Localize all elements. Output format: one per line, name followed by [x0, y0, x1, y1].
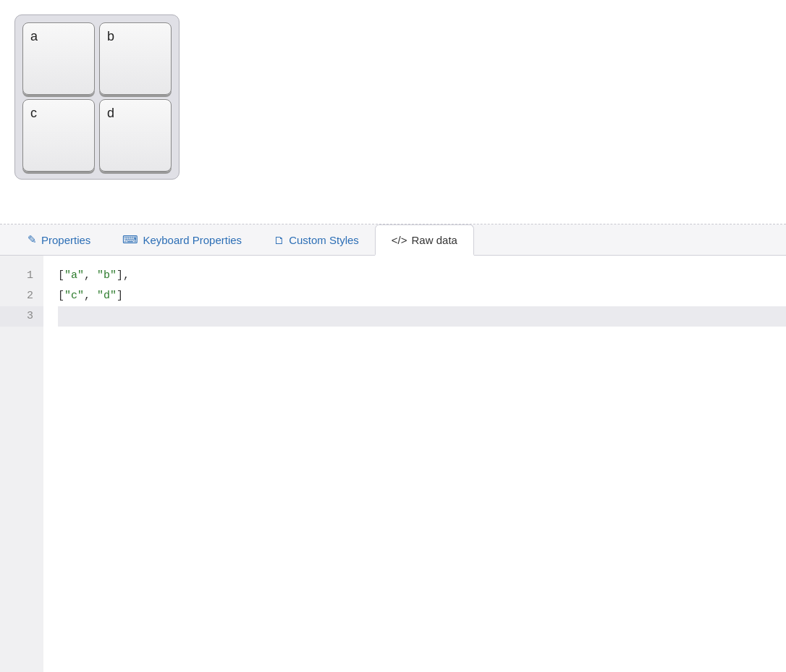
code-line-1: ["a", "b"],: [58, 266, 786, 286]
preview-area: a b c d: [0, 0, 786, 224]
line-numbers: 1 2 3: [0, 256, 43, 673]
properties-icon: ✎: [28, 233, 37, 246]
keyboard-grid: a b c d: [22, 22, 172, 172]
key-d[interactable]: d: [99, 99, 172, 172]
key-d-label: d: [107, 106, 114, 121]
code-line-2: ["c", "d"]: [58, 286, 786, 306]
key-c[interactable]: c: [22, 99, 95, 172]
line-number-3: 3: [0, 306, 43, 327]
keyboard-grid-container: a b c d: [14, 14, 179, 180]
keyboard-icon: ⌨: [122, 233, 138, 246]
tab-keyboard-properties-label: Keyboard Properties: [143, 234, 242, 246]
raw-data-icon: </>: [392, 234, 407, 246]
tab-custom-styles[interactable]: 🗋 Custom Styles: [258, 225, 375, 256]
line-number-1: 1: [0, 266, 43, 286]
key-b-label: b: [107, 29, 114, 44]
tab-properties-label: Properties: [41, 234, 90, 246]
key-a[interactable]: a: [22, 22, 95, 95]
key-a-label: a: [30, 29, 38, 44]
tab-raw-data[interactable]: </> Raw data: [375, 224, 474, 256]
tab-properties[interactable]: ✎ Properties: [12, 224, 106, 256]
code-line-3: [58, 306, 786, 327]
code-content[interactable]: ["a", "b"], ["c", "d"]: [43, 256, 786, 673]
tabs-bar: ✎ Properties ⌨ Keyboard Properties 🗋 Cus…: [0, 224, 786, 256]
tab-raw-data-label: Raw data: [412, 234, 457, 246]
code-editor: 1 2 3 ["a", "b"], ["c", "d"]: [0, 256, 786, 673]
custom-styles-icon: 🗋: [274, 234, 284, 246]
tab-custom-styles-label: Custom Styles: [289, 234, 359, 246]
tab-keyboard-properties[interactable]: ⌨ Keyboard Properties: [106, 224, 258, 256]
line-number-2: 2: [0, 286, 43, 306]
key-b[interactable]: b: [99, 22, 172, 95]
key-c-label: c: [30, 106, 37, 121]
